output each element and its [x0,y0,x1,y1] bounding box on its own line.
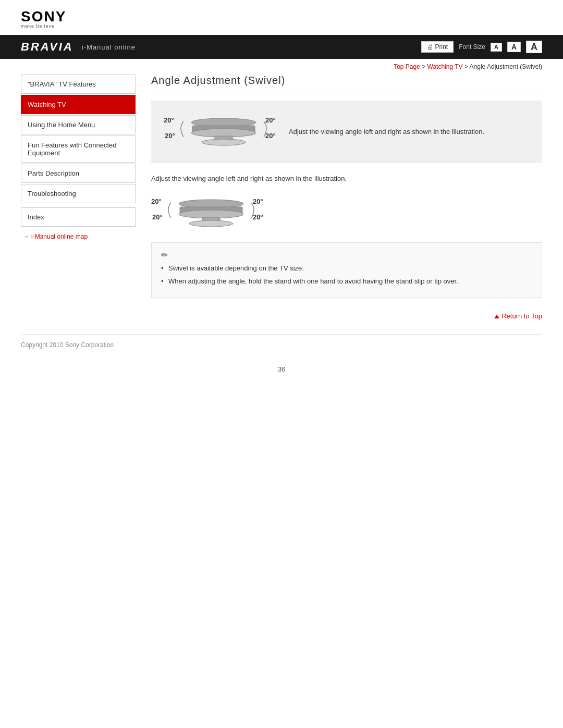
footer: Copyright 2010 Sony Corporation [0,335,563,355]
sidebar: "BRAVIA" TV Features Watching TV Using t… [21,75,136,324]
description-text: Adjust the viewing angle left and right … [151,174,542,184]
bravia-bar-right: 🖨 Print Font Size A A A [421,41,542,53]
arrow-icon: → [23,233,29,240]
svg-text:20°: 20° [152,213,163,221]
page-title: Angle Adjustment (Swivel) [151,75,542,92]
sidebar-map-link: →i-Manual online map [21,233,136,240]
return-to-top-link[interactable]: Return to Top [494,312,542,320]
sony-logo: SONY make.believe [21,9,542,29]
bravia-bar: BRAVIA i-Manual online 🖨 Print Font Size… [0,35,563,59]
svg-text:20°: 20° [253,213,263,221]
tv-swivel-svg-1: 20° 20° 20° [164,111,278,153]
svg-text:20°: 20° [164,116,174,124]
breadcrumb-top-page[interactable]: Top Page [394,63,420,70]
sidebar-item-troubleshooting[interactable]: Troubleshooting [21,184,136,203]
notes-box: ✏ Swivel is available depending on the T… [151,242,542,298]
tv-swivel-svg-2: 20° 20° 20° 20° [151,192,266,234]
breadcrumb-watching-tv[interactable]: Watching TV [427,63,463,70]
illustration-box: 20° 20° 20° [151,101,542,163]
return-to-top: Return to Top [151,308,542,324]
svg-text:20°: 20° [165,132,175,140]
sidebar-item-watching-tv[interactable]: Watching TV [21,95,136,114]
notes-list: Swivel is available depending on the TV … [161,263,532,287]
note-item-2: When adjusting the angle, hold the stand… [161,276,532,287]
sidebar-item-fun-features[interactable]: Fun Features with Connected Equipment [21,135,136,163]
breadcrumb-sep1: > [420,63,427,70]
illustration-description: Adjust the viewing angle left and right … [289,127,484,137]
svg-text:20°: 20° [253,198,263,205]
bravia-bar-left: BRAVIA i-Manual online [21,40,136,54]
svg-text:20°: 20° [265,132,276,140]
page-number: 36 [0,355,563,378]
sidebar-item-bravia-features[interactable]: "BRAVIA" TV Features [21,75,136,94]
sony-tagline: make.believe [21,24,542,29]
content-area: Angle Adjustment (Swivel) 20° 20° [151,75,542,324]
breadcrumb-current: Angle Adjustment (Swivel) [470,63,542,70]
main-layout: "BRAVIA" TV Features Watching TV Using t… [0,75,563,324]
print-button[interactable]: 🖨 Print [421,41,454,53]
bravia-title: BRAVIA [21,40,74,54]
font-large-button[interactable]: A [526,41,542,53]
font-small-button[interactable]: A [491,43,502,52]
imanual-map-link[interactable]: i-Manual online map [31,233,88,240]
svg-point-15 [189,220,233,227]
breadcrumb-sep2: > [463,63,470,70]
triangle-up-icon [494,315,499,318]
font-medium-button[interactable]: A [507,42,521,52]
tv-diagram-1: 20° 20° 20° [164,111,278,153]
font-size-label: Font Size [459,43,485,51]
svg-text:20°: 20° [151,198,162,205]
top-bar: SONY make.believe [0,0,563,35]
svg-text:20°: 20° [265,116,276,124]
bravia-subtitle: i-Manual online [82,43,136,51]
breadcrumb: Top Page > Watching TV > Angle Adjustmen… [0,59,563,72]
sidebar-item-index[interactable]: Index [21,207,136,227]
second-diagram: 20° 20° 20° 20° [151,192,542,234]
sidebar-item-home-menu[interactable]: Using the Home Menu [21,115,136,134]
sony-brand: SONY [21,9,542,24]
note-icon: ✏ [161,250,532,260]
sidebar-item-parts-description[interactable]: Parts Description [21,164,136,183]
note-item-1: Swivel is available depending on the TV … [161,263,532,274]
print-icon: 🖨 [427,43,433,51]
svg-point-6 [202,139,246,145]
copyright-text: Copyright 2010 Sony Corporation [21,341,114,349]
